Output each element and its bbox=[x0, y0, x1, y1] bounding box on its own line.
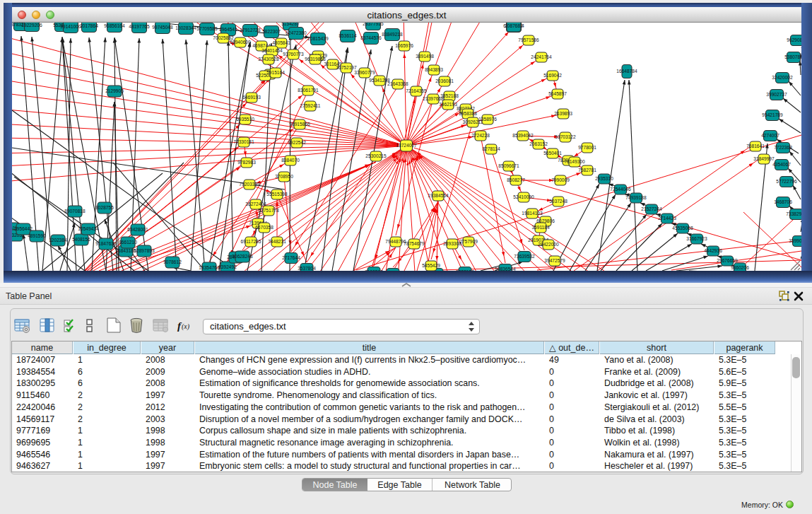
svg-text:79571586: 79571586 bbox=[518, 37, 539, 42]
svg-text:7681641: 7681641 bbox=[746, 144, 765, 148]
svg-text:85096671: 85096671 bbox=[498, 163, 519, 168]
svg-text:96319863: 96319863 bbox=[305, 57, 326, 62]
svg-text:74939188: 74939188 bbox=[625, 195, 647, 200]
svg-text:96856164: 96856164 bbox=[104, 23, 125, 28]
svg-text:8943893: 8943893 bbox=[425, 67, 443, 72]
svg-text:6670358: 6670358 bbox=[255, 225, 273, 230]
svg-text:93760773: 93760773 bbox=[283, 52, 304, 57]
svg-text:57722796: 57722796 bbox=[776, 179, 797, 184]
svg-text:5037248: 5037248 bbox=[549, 199, 567, 204]
svg-text:36272404: 36272404 bbox=[245, 201, 266, 206]
svg-text:13028344: 13028344 bbox=[175, 25, 196, 30]
svg-text:2964541: 2964541 bbox=[219, 27, 237, 32]
svg-text:7100362: 7100362 bbox=[365, 269, 383, 271]
svg-text:5650401: 5650401 bbox=[543, 151, 562, 156]
svg-text:2036081: 2036081 bbox=[435, 78, 454, 83]
svg-text:2087682: 2087682 bbox=[505, 23, 523, 28]
svg-text:33960779: 33960779 bbox=[354, 70, 375, 75]
svg-text:32420002: 32420002 bbox=[772, 75, 793, 80]
svg-text:62897893: 62897893 bbox=[134, 248, 155, 253]
svg-text:2717644: 2717644 bbox=[282, 255, 300, 260]
svg-text:1468706: 1468706 bbox=[774, 199, 792, 204]
svg-text:2129905: 2129905 bbox=[105, 88, 124, 93]
svg-text:19384554: 19384554 bbox=[428, 193, 449, 198]
svg-text:36752197: 36752197 bbox=[336, 65, 357, 70]
svg-text:5232182: 5232182 bbox=[456, 269, 474, 271]
svg-text:19229206: 19229206 bbox=[21, 23, 42, 28]
svg-text:73382988: 73382988 bbox=[786, 211, 801, 216]
svg-text:96290869: 96290869 bbox=[787, 37, 801, 42]
svg-text:28422000: 28422000 bbox=[538, 242, 559, 247]
svg-text:3591184: 3591184 bbox=[531, 225, 550, 230]
svg-text:(x): (x) bbox=[182, 322, 190, 331]
svg-text:39902737: 39902737 bbox=[766, 92, 787, 97]
svg-text:3891498: 3891498 bbox=[416, 54, 434, 59]
svg-text:8392492: 8392492 bbox=[218, 264, 237, 269]
svg-text:28377915: 28377915 bbox=[363, 23, 384, 26]
svg-text:10549434: 10549434 bbox=[78, 226, 99, 231]
svg-text:2714423: 2714423 bbox=[658, 216, 676, 221]
svg-text:25300215: 25300215 bbox=[365, 153, 387, 158]
svg-text:85394042: 85394042 bbox=[512, 133, 534, 138]
svg-text:1202384: 1202384 bbox=[49, 238, 67, 243]
svg-text:9860206: 9860206 bbox=[731, 265, 749, 270]
svg-text:2639893: 2639893 bbox=[554, 111, 572, 116]
svg-text:8384070: 8384070 bbox=[281, 158, 300, 163]
svg-text:6935510: 6935510 bbox=[236, 117, 254, 122]
svg-text:83061791: 83061791 bbox=[298, 88, 319, 93]
svg-text:78754679: 78754679 bbox=[404, 241, 425, 246]
svg-text:2757909: 2757909 bbox=[459, 239, 478, 244]
svg-text:39472579: 39472579 bbox=[544, 258, 565, 263]
svg-text:29676659: 29676659 bbox=[717, 258, 738, 263]
svg-text:31849997: 31849997 bbox=[753, 156, 775, 161]
svg-text:5154287: 5154287 bbox=[281, 23, 300, 26]
svg-text:98915866: 98915866 bbox=[289, 122, 310, 127]
svg-text:8958388: 8958388 bbox=[459, 111, 477, 116]
svg-text:35990584: 35990584 bbox=[789, 238, 801, 243]
svg-text:95421789: 95421789 bbox=[762, 112, 783, 117]
svg-text:19814103: 19814103 bbox=[522, 211, 543, 216]
svg-text:6469193: 6469193 bbox=[242, 95, 261, 100]
svg-text:24241764: 24241764 bbox=[531, 54, 552, 59]
svg-text:31667923: 31667923 bbox=[686, 236, 707, 241]
svg-text:52410090: 52410090 bbox=[513, 194, 534, 199]
svg-text:18354761: 18354761 bbox=[199, 265, 220, 270]
svg-text:53703122: 53703122 bbox=[555, 134, 576, 139]
svg-text:2935310: 2935310 bbox=[595, 176, 613, 181]
svg-text:2063152: 2063152 bbox=[529, 141, 548, 146]
svg-text:9782983: 9782983 bbox=[237, 160, 256, 165]
svg-text:9078612: 9078612 bbox=[163, 259, 182, 264]
svg-text:1358976: 1358976 bbox=[478, 117, 497, 122]
svg-text:8661210: 8661210 bbox=[119, 240, 137, 245]
svg-text:79203339: 79203339 bbox=[239, 182, 260, 187]
svg-text:18724007: 18724007 bbox=[396, 143, 417, 148]
svg-text:5380786: 5380786 bbox=[784, 54, 801, 59]
svg-text:27592411: 27592411 bbox=[300, 103, 321, 108]
svg-text:99745048: 99745048 bbox=[152, 25, 173, 30]
svg-text:57709585: 57709585 bbox=[196, 26, 218, 31]
svg-text:8536114: 8536114 bbox=[339, 33, 357, 38]
svg-text:4805841: 4805841 bbox=[272, 40, 290, 45]
svg-text:4442936: 4442936 bbox=[704, 248, 722, 253]
svg-text:48197765: 48197765 bbox=[129, 24, 150, 29]
svg-text:7582781: 7582781 bbox=[578, 168, 596, 173]
svg-text:7990009: 7990009 bbox=[551, 177, 570, 182]
svg-text:37430528: 37430528 bbox=[258, 57, 279, 62]
svg-text:72164355: 72164355 bbox=[406, 88, 427, 93]
svg-text:69117285: 69117285 bbox=[241, 239, 261, 244]
svg-text:58940600: 58940600 bbox=[230, 40, 251, 45]
svg-text:4891590: 4891590 bbox=[28, 233, 46, 238]
svg-text:3852188: 3852188 bbox=[440, 93, 459, 98]
svg-text:73639532: 73639532 bbox=[514, 254, 535, 259]
svg-text:3537804: 3537804 bbox=[298, 266, 316, 271]
svg-text:8508277: 8508277 bbox=[507, 177, 525, 182]
svg-text:5455429: 5455429 bbox=[422, 263, 440, 268]
svg-text:1462193: 1462193 bbox=[439, 102, 457, 107]
svg-text:1065976: 1065976 bbox=[395, 43, 413, 48]
svg-text:62472380: 62472380 bbox=[286, 30, 307, 35]
svg-text:17912728: 17912728 bbox=[240, 28, 261, 33]
svg-text:21527244: 21527244 bbox=[641, 206, 662, 211]
svg-text:77330181: 77330181 bbox=[233, 139, 254, 144]
svg-text:78149300: 78149300 bbox=[564, 159, 585, 164]
svg-text:90836544: 90836544 bbox=[495, 267, 516, 271]
